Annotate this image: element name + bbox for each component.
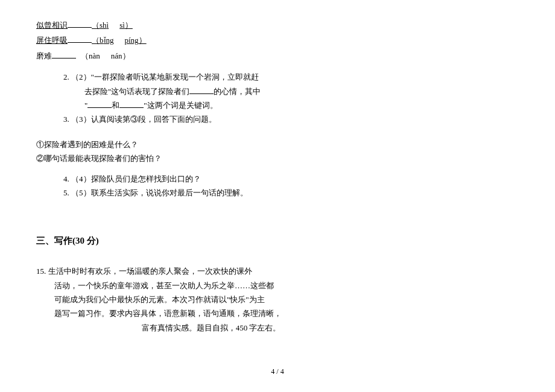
sub-questions: ①探险者遇到的困难是什么？ ②哪句话最能表现探险者们的害怕？ (36, 138, 362, 166)
question-5: 5. （5）联系生活实际，说说你对最后一句话的理解。 (36, 186, 362, 200)
section-heading: 三、写作(30 分) (36, 233, 362, 249)
q4-num: 4. (63, 174, 69, 183)
question-4: 4. （4）探险队员们是怎样找到出口的？ (36, 172, 362, 186)
blank[interactable] (52, 58, 76, 58)
q2-text-2a: 去探险"这句话表现了探险者们 (84, 87, 189, 96)
blank[interactable] (68, 27, 92, 28)
q15-l5: 富有真情实感。题目自拟，450 字左右。 (36, 321, 362, 335)
pinyin-1-close: ） (125, 21, 133, 30)
q4-label: （4）探险队员们是怎样找到出口的？ (71, 174, 201, 183)
question-3: 3. （3）认真阅读第③段，回答下面的问题。 (36, 112, 362, 126)
pinyin-1a: ì (107, 21, 109, 30)
word-3: 磨难 (36, 51, 52, 60)
q2-label: （2） (71, 72, 91, 81)
q2-text-3a: " (84, 101, 87, 110)
q15-l3: 可能成为我们心中最快乐的元素。本次习作就请以"快乐"为主 (36, 292, 362, 306)
q15-l2: 活动，一个快乐的童年游戏，甚至一次助人为乐之举……这些都 (36, 279, 362, 292)
pinyin-3-open: （n (81, 51, 93, 60)
q3-label: （3）认真阅读第③段，回答下面的问题。 (71, 115, 217, 124)
pinyin-row-2: 屏住呼吸（bǐngpíng） (36, 33, 362, 47)
q2-text-3b: "这两个词是关键词。 (144, 101, 217, 110)
pinyin-3a: àn (93, 51, 100, 60)
pinyin-1b: sì (119, 21, 125, 30)
page-number: 4 / 4 (0, 365, 555, 379)
q15-l1: 生活中时时有欢乐，一场温暖的亲人聚会，一次欢快的课外 (48, 267, 252, 276)
sub-q2: ②哪句话最能表现探险者们的害怕？ (36, 151, 362, 165)
pinyin-2a: ǐng (104, 36, 114, 45)
blank[interactable] (189, 93, 214, 94)
blank[interactable] (87, 107, 112, 108)
q15-num: 15. (36, 267, 46, 276)
more-questions: 4. （4）探险队员们是怎样找到出口的？ 5. （5）联系生活实际，说说你对最后… (36, 172, 362, 200)
question-2: 2. （2）"一群探险者听说某地新发现一个岩洞，立即就赶 去探险"这句话表现了探… (36, 70, 362, 112)
blank[interactable] (68, 42, 92, 43)
word-1: 似曾相识 (36, 21, 68, 30)
pinyin-2-close: ） (139, 36, 147, 45)
pinyin-2b: píng (125, 36, 139, 45)
pinyin-row-3: 磨难（nànnán） (36, 49, 362, 63)
q2-text-2b: 的心情，其中 (214, 87, 261, 96)
blank[interactable] (119, 107, 144, 108)
q5-num: 5. (63, 188, 69, 197)
sub-q1: ①探险者遇到的困难是什么？ (36, 138, 362, 151)
q2-text-mid: 和 (112, 101, 119, 110)
pinyin-3-close: ） (122, 51, 130, 60)
document-body: 似曾相识（shìsì） 屏住呼吸（bǐngpíng） 磨难（nànnán） 2.… (36, 18, 362, 335)
pinyin-1-open: （sh (92, 21, 107, 30)
pinyin-3b: nán (111, 51, 122, 60)
q2-text-1: "一群探险者听说某地新发现一个岩洞，立即就赶 (91, 72, 259, 81)
question-15: 15. 生活中时时有欢乐，一场温暖的亲人聚会，一次欢快的课外 活动，一个快乐的童… (36, 264, 362, 335)
q2-num: 2. (63, 72, 69, 81)
q15-l4: 题写一篇习作。要求内容具体，语意新颖，语句通顺，条理清晰， (36, 306, 362, 320)
word-2: 屏住呼吸 (36, 36, 68, 45)
q5-label: （5）联系生活实际，说说你对最后一句话的理解。 (71, 188, 248, 197)
q3-num: 3. (63, 115, 69, 124)
pinyin-2-open: （b (92, 36, 104, 45)
pinyin-row-1: 似曾相识（shìsì） (36, 18, 362, 32)
